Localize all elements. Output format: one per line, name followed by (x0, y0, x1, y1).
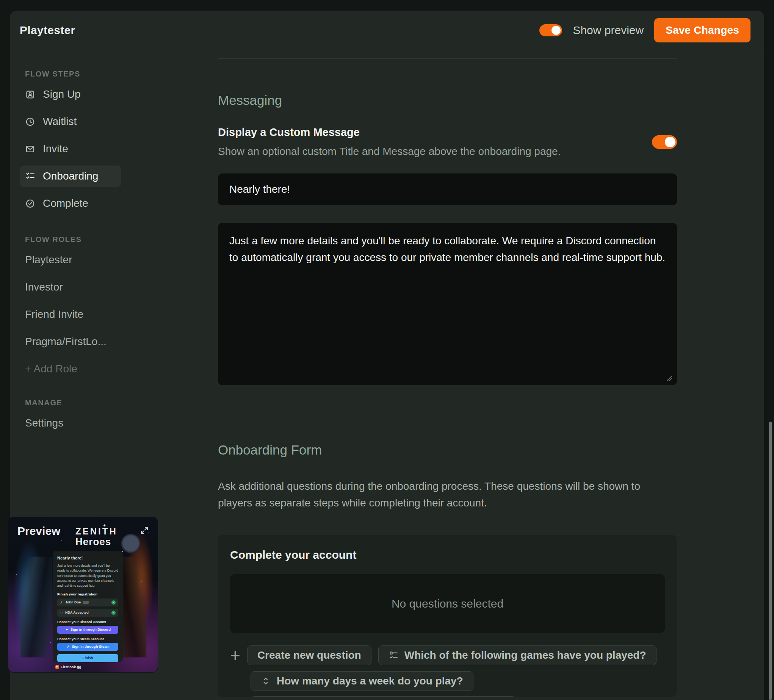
sidebar-role-playtester[interactable]: Playtester (20, 249, 121, 271)
sidebar-item-label: Complete (43, 197, 88, 210)
question-chip-label: How many days a week do you play? (277, 675, 463, 687)
preview-onboarding-card: Nearly there! Just a few more details an… (53, 551, 123, 662)
add-role-button[interactable]: + Add Role (20, 358, 121, 380)
sidebar: FLOW STEPS Sign Up Waitlist Invite Onboa… (10, 50, 121, 440)
sidebar-item-sign-up[interactable]: Sign Up (20, 84, 121, 105)
preview-name-row[interactable]: John Doe ✓ (57, 598, 118, 606)
plus-icon[interactable]: + (230, 647, 240, 664)
toggle-knob (665, 137, 675, 147)
game-logo: ZENITH✦ Heroes (75, 527, 117, 546)
discord-signin-button[interactable]: Sign in through Discord (57, 626, 118, 634)
firstlook-logo-icon (55, 665, 59, 669)
selected-questions-panel: No questions selected (230, 574, 665, 633)
discord-signin-label: Sign in through Discord (71, 627, 111, 631)
discord-connect-label: Connect your Discord Account (57, 620, 118, 624)
arrow-right-icon: → (111, 656, 115, 660)
check-badge-icon: ✓ (111, 611, 116, 615)
question-row-2: How many days a week do you play? (251, 671, 665, 691)
messaging-heading: Messaging (218, 93, 677, 108)
sidebar-item-complete[interactable]: Complete (20, 193, 121, 214)
flow-steps-label: FLOW STEPS (25, 70, 121, 78)
checklist-icon (25, 171, 35, 182)
sidebar-item-waitlist[interactable]: Waitlist (20, 111, 121, 132)
sidebar-item-label: Sign Up (43, 88, 81, 101)
onboarding-form-heading: Onboarding Form (218, 442, 677, 457)
sidebar-item-invite[interactable]: Invite (20, 138, 121, 160)
steam-icon (66, 645, 70, 649)
custom-message-description: Show an optional custom Title and Messag… (218, 145, 652, 158)
sidebar-role-pragma-firstlook[interactable]: Pragma/FirstLo... (20, 331, 121, 352)
mail-icon (25, 144, 35, 154)
question-chip-days-per-week[interactable]: How many days a week do you play? (251, 671, 473, 691)
main-area: Messaging Display a Custom Message Show … (121, 50, 764, 697)
sidebar-item-label: Waitlist (43, 116, 76, 128)
empty-state-text: No questions selected (392, 598, 503, 610)
complete-account-card: Complete your account No questions selec… (218, 535, 677, 697)
page-title: Playtester (20, 24, 75, 37)
check-icon (60, 611, 63, 614)
show-preview-toggle[interactable] (539, 24, 562, 36)
manage-label: MANAGE (25, 398, 121, 407)
question-chip-games-played[interactable]: Which of the following games have you pl… (378, 646, 657, 665)
custom-title-input[interactable] (218, 173, 677, 205)
custom-message-row: Display a Custom Message Show an optiona… (218, 126, 677, 158)
custom-message-wrap: Just a few more details and you'll be re… (218, 223, 677, 385)
custom-message-toggle[interactable] (652, 135, 677, 149)
show-preview-label: Show preview (573, 24, 643, 37)
sidebar-item-settings[interactable]: Settings (20, 413, 121, 434)
steam-connect-label: Connect your Steam Account (57, 637, 118, 641)
steam-signin-button[interactable]: Sign in through Steam (57, 643, 118, 651)
discord-icon (65, 627, 69, 631)
preview-card-body: Just a few more details and you'll be re… (57, 563, 118, 589)
check-circle-icon (25, 198, 35, 209)
preview-thumbnail[interactable]: Preview ZENITH✦ Heroes Nearly there! Jus… (8, 517, 158, 672)
clock-icon (25, 117, 35, 127)
user-badge-icon (25, 89, 35, 100)
flow-roles-label: FLOW ROLES (25, 235, 121, 244)
sidebar-item-label: Invite (43, 143, 68, 155)
sparkle-icon: ✦ (103, 523, 106, 528)
preview-label: Preview (17, 525, 60, 538)
section-divider (218, 58, 677, 59)
question-chip-clipped[interactable] (251, 696, 516, 697)
sidebar-role-friend-invite[interactable]: Friend Invite (20, 304, 121, 325)
resize-handle[interactable] (666, 375, 672, 381)
question-chip-label: Which of the following games have you pl… (404, 649, 646, 661)
toggle-knob (551, 26, 561, 35)
sidebar-role-investor[interactable]: Investor (20, 277, 121, 298)
steam-signin-label: Sign in through Steam (72, 645, 109, 649)
expand-icon[interactable] (139, 525, 149, 535)
preview-name-value: John Doe (65, 600, 81, 604)
finish-label: Finish (83, 656, 93, 660)
section-divider (218, 408, 677, 408)
card-title: Complete your account (230, 548, 665, 561)
header: Playtester Show preview Save Changes (10, 11, 764, 50)
character-silhouette-left (20, 557, 52, 657)
sidebar-item-label: Onboarding (43, 170, 98, 182)
firstlook-brand: Firstlook.gg (55, 665, 81, 669)
sidebar-item-onboarding[interactable]: Onboarding (20, 165, 121, 187)
check-badge-icon: ✓ (111, 600, 116, 604)
create-question-label: Create new question (257, 649, 361, 661)
content-column: Messaging Display a Custom Message Show … (218, 58, 677, 697)
create-question-button[interactable]: Create new question (247, 646, 372, 665)
user-icon (60, 601, 63, 604)
preview-nda-row[interactable]: NDA Accepted ✓ (57, 609, 118, 617)
up-down-icon (261, 676, 271, 686)
onboarding-form-description: Ask additional questions during the onbo… (218, 478, 665, 511)
firstlook-brand-label: Firstlook.gg (61, 665, 81, 669)
vertical-scrollbar[interactable] (769, 422, 772, 700)
checklist-icon (389, 650, 399, 660)
preview-card-title: Nearly there! (57, 556, 118, 560)
header-actions: Show preview Save Changes (539, 18, 751, 43)
custom-message-text: Display a Custom Message Show an optiona… (218, 126, 652, 158)
finish-registration-label: Finish your registration (57, 592, 118, 596)
save-changes-button[interactable]: Save Changes (654, 18, 751, 43)
preview-nda-value: NDA Accepted (65, 611, 89, 614)
finish-button[interactable]: Finish → (57, 654, 118, 662)
stars-decoration (8, 517, 9, 518)
custom-message-textarea[interactable]: Just a few more details and you'll be re… (218, 223, 677, 385)
question-actions-row: + Create new question Which of the follo… (230, 646, 665, 665)
redacted-tag (83, 601, 89, 604)
custom-message-title: Display a Custom Message (218, 126, 652, 139)
